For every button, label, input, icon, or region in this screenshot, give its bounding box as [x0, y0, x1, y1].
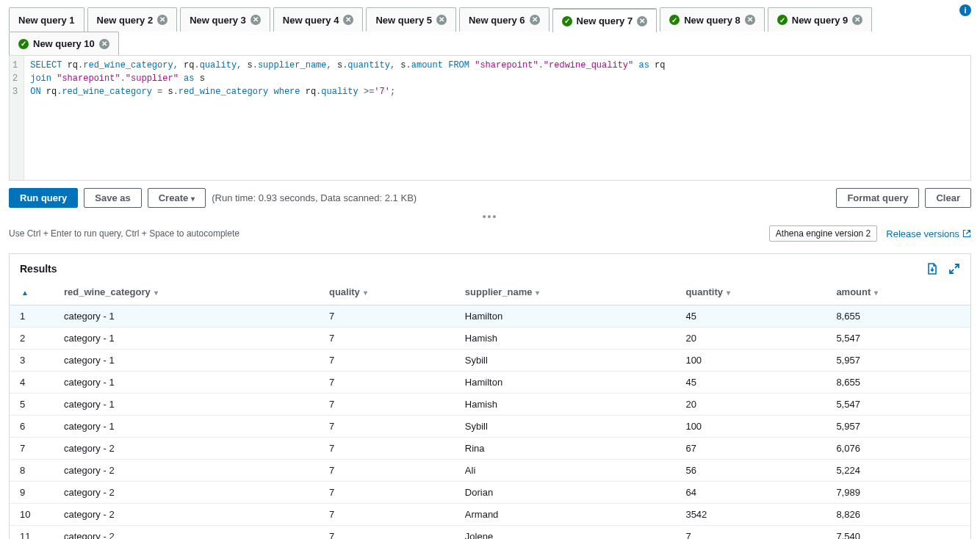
- close-icon[interactable]: ✕: [745, 15, 755, 25]
- cell: 45: [675, 372, 826, 394]
- toolbar: Run query Save as Create▾ (Run time: 0.9…: [9, 181, 971, 212]
- success-icon: ✓: [18, 39, 29, 49]
- cell: 5: [10, 394, 54, 416]
- query-tab[interactable]: ✓New query 7✕: [552, 8, 657, 32]
- cell: category - 1: [54, 328, 319, 350]
- cell: 6,076: [826, 438, 970, 460]
- success-icon: ✓: [669, 15, 680, 25]
- query-tab[interactable]: New query 6✕: [459, 7, 550, 32]
- column-header[interactable]: supplier_name ▾: [455, 279, 676, 305]
- tab-label: New query 2: [97, 15, 154, 26]
- create-button[interactable]: Create▾: [148, 188, 206, 208]
- tab-label: New query 10: [33, 38, 95, 49]
- cell: category - 2: [54, 460, 319, 482]
- cell: 8,655: [826, 305, 970, 328]
- cell: 100: [675, 416, 826, 438]
- tab-label: New query 1: [18, 15, 75, 26]
- sort-icon: ▾: [534, 289, 540, 297]
- close-icon[interactable]: ✕: [637, 16, 647, 26]
- cell: Hamish: [455, 394, 676, 416]
- table-row[interactable]: 11category - 27Jolene77,540: [10, 526, 970, 540]
- close-icon[interactable]: ✕: [157, 15, 167, 25]
- cell: category - 1: [54, 416, 319, 438]
- column-header[interactable]: quantity ▾: [675, 279, 826, 305]
- cell: Hamish: [455, 328, 676, 350]
- column-header[interactable]: ▲: [10, 279, 54, 305]
- cell: 7: [319, 460, 455, 482]
- cell: 7,540: [826, 526, 970, 540]
- column-header[interactable]: amount ▾: [826, 279, 970, 305]
- query-tab[interactable]: New query 3✕: [180, 7, 270, 32]
- column-header[interactable]: quality ▾: [319, 279, 455, 305]
- cell: 7: [319, 328, 455, 350]
- run-query-button[interactable]: Run query: [9, 188, 78, 208]
- query-tab[interactable]: New query 1: [9, 7, 84, 32]
- run-info: (Run time: 0.93 seconds, Data scanned: 2…: [212, 192, 417, 203]
- query-tab[interactable]: New query 4✕: [273, 7, 364, 32]
- cell: 20: [675, 394, 826, 416]
- close-icon[interactable]: ✕: [852, 15, 862, 25]
- external-link-icon: [962, 229, 971, 238]
- query-tab[interactable]: New query 2✕: [87, 7, 178, 32]
- cell: 6: [10, 416, 54, 438]
- table-row[interactable]: 10category - 27Armand35428,826: [10, 504, 970, 526]
- tab-label: New query 7: [577, 15, 633, 26]
- query-tab[interactable]: ✓New query 10✕: [9, 32, 119, 55]
- release-versions-link[interactable]: Release versions: [886, 228, 971, 239]
- column-header[interactable]: red_wine_category ▾: [54, 279, 319, 305]
- close-icon[interactable]: ✕: [99, 39, 109, 49]
- sort-icon: ▾: [361, 289, 367, 297]
- results-title: Results: [20, 263, 57, 275]
- close-icon[interactable]: ✕: [251, 15, 261, 25]
- table-row[interactable]: 5category - 17Hamish205,547: [10, 394, 970, 416]
- tab-label: New query 8: [684, 15, 741, 26]
- cell: Sybill: [455, 350, 676, 372]
- clear-button[interactable]: Clear: [925, 188, 971, 208]
- cell: 3: [10, 350, 54, 372]
- table-row[interactable]: 3category - 17Sybill1005,957: [10, 350, 970, 372]
- cell: 5,547: [826, 328, 970, 350]
- sort-icon: ▾: [724, 289, 730, 297]
- close-icon[interactable]: ✕: [343, 15, 353, 25]
- cell: 10: [10, 504, 54, 526]
- save-as-button[interactable]: Save as: [84, 188, 141, 208]
- editor-code[interactable]: SELECT rq.red_wine_category, rq.quality,…: [24, 56, 970, 180]
- table-row[interactable]: 8category - 27Ali565,224: [10, 460, 970, 482]
- column-label: quantity: [685, 286, 723, 297]
- cell: 9: [10, 482, 54, 504]
- cell: Dorian: [455, 482, 676, 504]
- info-icon[interactable]: i: [959, 4, 971, 16]
- table-row[interactable]: 2category - 17Hamish205,547: [10, 328, 970, 350]
- query-tab[interactable]: ✓New query 8✕: [660, 7, 765, 32]
- cell: 20: [675, 328, 826, 350]
- cell: category - 2: [54, 504, 319, 526]
- download-icon[interactable]: [926, 263, 938, 275]
- close-icon[interactable]: ✕: [530, 15, 540, 25]
- sql-editor[interactable]: 123 SELECT rq.red_wine_category, rq.qual…: [9, 56, 971, 181]
- table-row[interactable]: 4category - 17Hamilton458,655: [10, 372, 970, 394]
- cell: 5,957: [826, 350, 970, 372]
- table-row[interactable]: 7category - 27Rina676,076: [10, 438, 970, 460]
- query-tabs: New query 1New query 2✕New query 3✕New q…: [9, 7, 971, 56]
- cell: 7: [319, 526, 455, 540]
- cell: Armand: [455, 504, 676, 526]
- cell: Hamilton: [455, 305, 676, 328]
- cell: 7: [319, 372, 455, 394]
- close-icon[interactable]: ✕: [436, 15, 447, 25]
- query-tab[interactable]: ✓New query 9✕: [768, 7, 873, 32]
- table-row[interactable]: 9category - 27Dorian647,989: [10, 482, 970, 504]
- table-body: 1category - 17Hamilton458,6552category -…: [10, 305, 970, 540]
- column-label: quality: [329, 286, 360, 297]
- cell: 4: [10, 372, 54, 394]
- sort-icon: ▾: [872, 289, 878, 297]
- table-row[interactable]: 6category - 17Sybill1005,957: [10, 416, 970, 438]
- expand-icon[interactable]: [948, 263, 960, 275]
- cell: 2: [10, 328, 54, 350]
- release-versions-label: Release versions: [886, 228, 959, 239]
- query-tab[interactable]: New query 5✕: [366, 7, 456, 32]
- format-query-button[interactable]: Format query: [836, 188, 919, 208]
- cell: category - 1: [54, 372, 319, 394]
- resize-handle[interactable]: •••: [9, 211, 971, 223]
- cell: 8: [10, 460, 54, 482]
- table-row[interactable]: 1category - 17Hamilton458,655: [10, 305, 970, 328]
